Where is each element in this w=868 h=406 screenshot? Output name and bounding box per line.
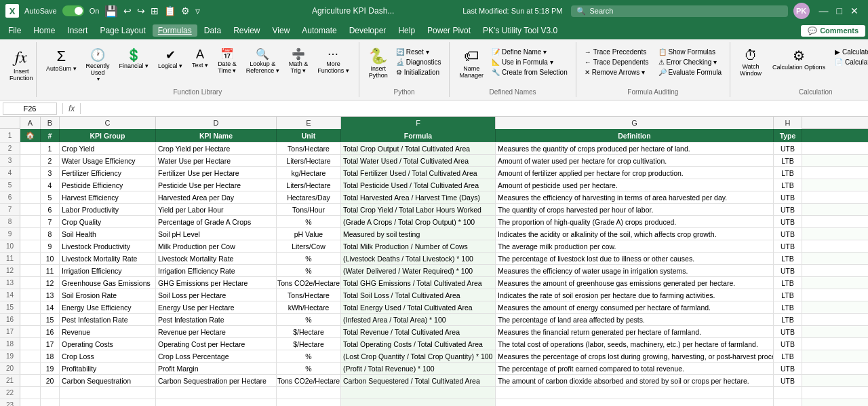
evaluate-formula-button[interactable]: 🔎 Evaluate Formula [656,68,724,77]
cell-2-5[interactable]: Pesticide Efficiency [60,179,156,191]
cell-7-15[interactable]: LTB [774,301,802,313]
cell-0-3[interactable] [20,155,41,166]
cell-2-18[interactable]: Operating Costs [60,338,156,350]
cell-3-12[interactable]: Irrigation Efficiency Rate [156,265,277,276]
cell-1-8[interactable]: 7 [41,216,60,227]
cell-6-10[interactable]: The average milk production per cow. [496,240,774,252]
cell-g1[interactable]: Definition [496,129,774,142]
cell-e1[interactable]: Unit [277,129,341,142]
cell-b1[interactable]: # [41,129,60,142]
menu-view[interactable]: View [267,24,296,37]
cell-0-10[interactable] [20,240,41,252]
cell-6-18[interactable]: The total cost of operations (labor, see… [496,338,774,350]
text-button[interactable]: A Text ▾ [188,45,212,71]
cell-2-13[interactable]: Greenhouse Gas Emissions [60,277,156,289]
cell-0-19[interactable] [20,350,41,362]
cell-1-3[interactable]: 2 [41,155,60,166]
cell-3-21[interactable]: Carbon Sequestration per Hectare [156,375,277,386]
cell-2-20[interactable]: Profitability [60,363,156,374]
financial-button[interactable]: 💲 Financial ▾ [115,45,153,72]
cell-6-21[interactable]: The amount of carbon dioxide absorbed an… [496,375,774,386]
cell-7-4[interactable]: LTB [774,167,802,179]
cell-7-18[interactable]: UTB [774,338,802,350]
cell-2-3[interactable]: Water Usage Efficiency [60,155,156,166]
cell-7-5[interactable]: LTB [774,179,802,191]
cell-d1[interactable]: KPI Name [156,129,277,142]
cell-5-6[interactable]: Total Harvested Area / Harvest Time (Day… [341,191,496,203]
cell-5-7[interactable]: Total Crop Yield / Total Labor Hours Wor… [341,204,496,215]
menu-formulas[interactable]: Formulas [153,24,197,37]
cell-4-10[interactable]: Liters/Cow [277,240,341,252]
cell-h1[interactable]: Type [774,129,802,142]
cell-0-12[interactable] [20,265,41,276]
cell-3-4[interactable]: Fertilizer Use per Hectare [156,167,277,179]
cell-3-17[interactable]: Revenue per Hectare [156,326,277,337]
cell-3-22[interactable] [156,387,277,399]
cell-2-17[interactable]: Revenue [60,326,156,337]
cell-2-23[interactable] [60,399,156,406]
menu-developer[interactable]: Developer [344,24,392,37]
cell-4-14[interactable]: Tons/Hectare [277,289,341,301]
insert-python-button[interactable]: 🐍 InsertPython [365,45,392,81]
cell-0-14[interactable] [20,289,41,301]
cell-4-19[interactable]: % [277,350,341,362]
calculation-options-button[interactable]: ⚙ Calculation Options [768,45,829,73]
cell-1-23[interactable] [41,399,60,406]
cell-7-16[interactable]: LTB [774,314,802,325]
cell-1-21[interactable]: 20 [41,375,60,386]
recently-used-button[interactable]: 🕐 RecentlyUsed [82,45,114,85]
cell-a1[interactable]: 🏠 [20,129,41,142]
cell-7-8[interactable]: UTB [774,216,802,227]
cell-2-14[interactable]: Soil Erosion Rate [60,289,156,301]
search-box[interactable]: 🔍 Search [571,5,788,17]
cell-6-11[interactable]: The percentage of livestock lost due to … [496,253,774,264]
trace-precedents-button[interactable]: → Trace Precedents [582,48,652,56]
cell-3-5[interactable]: Pesticide Use per Hectare [156,179,277,191]
cell-7-7[interactable]: UTB [774,204,802,215]
cell-f1[interactable]: Formula [341,129,496,142]
math-button[interactable]: ➗ Math &Trig ▾ [285,45,313,77]
save-icon[interactable]: 💾 [104,5,118,18]
cell-5-13[interactable]: Total GHG Emissions / Total Cultivated A… [341,277,496,289]
menu-power-pivot[interactable]: Power Pivot [422,24,476,37]
cell-0-18[interactable] [20,338,41,350]
cell-2-19[interactable]: Crop Loss [60,350,156,362]
menu-automate[interactable]: Automate [296,24,342,37]
cell-6-19[interactable]: Measures the percentage of crops lost du… [496,350,774,362]
trace-dependents-button[interactable]: ← Trace Dependents [582,58,652,67]
cell-3-13[interactable]: GHG Emissions per Hectare [156,277,277,289]
cell-4-4[interactable]: kg/Hectare [277,167,341,179]
comments-button[interactable]: 💬 Comments [801,25,865,37]
cell-4-20[interactable]: % [277,363,341,374]
cell-7-10[interactable]: UTB [774,240,802,252]
cell-3-6[interactable]: Harvested Area per Day [156,191,277,203]
cell-7-21[interactable]: UTB [774,375,802,386]
remove-arrows-button[interactable]: ✕ Remove Arrows ▾ [582,68,652,77]
cell-5-20[interactable]: (Profit / Total Revenue) * 100 [341,363,496,374]
menu-pk-tool[interactable]: PK's Utility Tool V3.0 [477,24,563,37]
cell-7-3[interactable]: LTB [774,155,802,166]
cell-0-22[interactable] [20,387,41,399]
autosum-button[interactable]: Σ AutoSum ▾ [42,45,81,75]
cell-2-12[interactable]: Irrigation Efficiency [60,265,156,276]
calculate-sheet-button[interactable]: 📄 Calculate Sheet [832,58,868,67]
cell-0-16[interactable] [20,314,41,325]
cell-4-16[interactable]: % [277,314,341,325]
create-from-selection-button[interactable]: 🔧 Create from Selection [489,68,570,77]
cell-4-15[interactable]: kWh/Hectare [277,301,341,313]
cell-2-4[interactable]: Fertilizer Efficiency [60,167,156,179]
cell-6-22[interactable] [496,387,774,399]
cell-7-9[interactable]: UTB [774,228,802,240]
menu-page-layout[interactable]: Page Layout [94,24,151,37]
menu-data[interactable]: Data [199,24,226,37]
cell-3-2[interactable]: Crop Yield per Hectare [156,143,277,154]
cell-2-21[interactable]: Carbon Sequestration [60,375,156,386]
cell-3-16[interactable]: Pest Infestation Rate [156,314,277,325]
define-name-button[interactable]: 📝 Define Name ▾ [489,48,570,56]
cell-5-5[interactable]: Total Pesticide Used / Total Cultivated … [341,179,496,191]
cell-4-18[interactable]: $/Hectare [277,338,341,350]
more-icon[interactable]: ▿ [195,5,200,16]
cell-6-7[interactable]: The quantity of crops harvested per hour… [496,204,774,215]
cell-1-11[interactable]: 10 [41,253,60,264]
cell-5-9[interactable]: Measured by soil testing [341,228,496,240]
